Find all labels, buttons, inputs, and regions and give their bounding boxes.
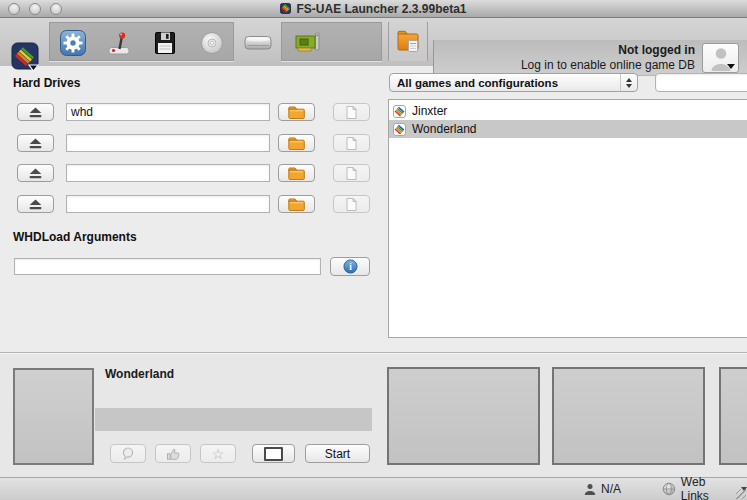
hard-drive-path-input-0[interactable]: [66, 103, 270, 121]
toolbar: Not logged in Log in to enable online ga…: [0, 18, 747, 66]
browse-file-button-2[interactable]: [333, 164, 370, 182]
fs-uae-menu-button[interactable]: [8, 40, 42, 74]
game-list[interactable]: Jinxter Wonderland: [388, 99, 747, 338]
config-icon: [393, 123, 406, 136]
device-status-text: N/A: [601, 482, 621, 496]
file-icon: [346, 167, 357, 180]
tab-game-database[interactable]: [388, 22, 428, 61]
config-filter-value: All games and configurations: [390, 77, 620, 89]
info-icon: i: [343, 259, 358, 274]
eject-icon: [29, 107, 42, 118]
list-item-wonderland[interactable]: Wonderland: [389, 120, 747, 138]
eject-button-1[interactable]: [17, 134, 54, 152]
screenshot-placeholder-3: [719, 367, 747, 465]
browse-file-button-0[interactable]: [333, 103, 370, 121]
start-button[interactable]: Start: [305, 444, 370, 463]
eject-button-3[interactable]: [17, 195, 54, 213]
star-icon: ☆: [212, 447, 225, 461]
folder-icon: [288, 106, 305, 119]
window-title: FS-UAE Launcher 2.3.99beta1: [296, 2, 466, 16]
config-filter-dropdown[interactable]: All games and configurations: [389, 73, 638, 92]
hard-drive-path-input-1[interactable]: [66, 134, 270, 152]
device-status: N/A: [584, 478, 621, 500]
list-item-jinxter[interactable]: Jinxter: [389, 102, 747, 120]
box-art-placeholder: [13, 368, 94, 465]
browse-folder-button-3[interactable]: [278, 195, 315, 213]
title-bar: FS-UAE Launcher 2.3.99beta1: [0, 0, 747, 18]
favorite-button[interactable]: ☆: [200, 444, 236, 463]
hard-drives-heading: Hard Drives: [13, 76, 80, 90]
login-status-text: Not logged in Log in to enable online ga…: [521, 43, 695, 73]
browse-file-button-3[interactable]: [333, 195, 370, 213]
bottom-panel: Wonderland ☆ Start: [0, 352, 747, 477]
tab-expansions[interactable]: [284, 23, 330, 62]
tab-cdroms[interactable]: [189, 23, 235, 62]
tab-floppies[interactable]: [142, 23, 188, 62]
gear-icon: [59, 29, 87, 57]
vote-up-button[interactable]: [155, 444, 191, 463]
folder-icon: [288, 167, 305, 180]
web-links-label: Web Links: [681, 475, 736, 500]
eject-button-0[interactable]: [17, 103, 54, 121]
orange-package-icon: [395, 28, 421, 56]
hard-drive-path-input-3[interactable]: [66, 195, 270, 213]
list-item-label: Wonderland: [412, 122, 477, 136]
dropdown-stepper-icon: [620, 74, 637, 91]
globe-icon: [662, 482, 676, 496]
config-icon: [393, 105, 406, 118]
file-icon: [346, 137, 357, 150]
login-status-line1: Not logged in: [521, 43, 695, 58]
eject-button-2[interactable]: [17, 164, 54, 182]
screen-icon: [264, 447, 283, 461]
tab-hard-drives[interactable]: [234, 22, 281, 61]
tab-group-expansions: [281, 22, 382, 61]
svg-text:i: i: [349, 262, 352, 272]
login-panel: Not logged in Log in to enable online ga…: [433, 40, 747, 76]
login-status-line2: Log in to enable online game DB: [521, 58, 695, 73]
title-area: FS-UAE Launcher 2.3.99beta1: [0, 0, 747, 17]
file-icon: [346, 198, 357, 211]
tab-settings[interactable]: [50, 23, 96, 62]
player-icon: [584, 483, 596, 495]
screenshot-placeholder-1: [387, 367, 540, 465]
fs-uae-launcher-window: FS-UAE Launcher 2.3.99beta1: [0, 0, 747, 500]
folder-icon: [288, 137, 305, 150]
tab-input[interactable]: [96, 23, 142, 62]
screenshot-placeholder-2: [552, 367, 705, 465]
web-links-menu[interactable]: Web Links: [662, 478, 747, 500]
fullscreen-toggle-button[interactable]: [252, 444, 295, 463]
whdload-info-button[interactable]: i: [330, 257, 370, 276]
app-icon: [280, 3, 291, 14]
eject-icon: [29, 199, 42, 210]
status-bar: N/A Web Links: [0, 477, 747, 500]
eject-icon: [29, 168, 42, 179]
resize-grip[interactable]: [736, 489, 746, 499]
joystick-icon: [105, 29, 133, 57]
variant-selector-bar[interactable]: [95, 408, 372, 431]
login-caret-icon: [727, 64, 735, 69]
browse-folder-button-1[interactable]: [278, 134, 315, 152]
cd-icon: [198, 29, 226, 57]
login-button[interactable]: [702, 43, 739, 73]
browse-folder-button-0[interactable]: [278, 103, 315, 121]
selected-game-title: Wonderland: [105, 367, 174, 381]
folder-icon: [288, 198, 305, 211]
floppy-disk-icon: [151, 29, 179, 57]
whdload-arguments-input[interactable]: [14, 258, 321, 275]
tab-group-main: [49, 22, 234, 61]
whdload-heading: WHDLoad Arguments: [13, 230, 137, 244]
hard-drive-path-input-2[interactable]: [66, 164, 270, 182]
comment-button[interactable]: [110, 444, 146, 463]
list-item-label: Jinxter: [412, 104, 447, 118]
thumbs-up-icon: [166, 447, 180, 460]
hard-drive-icon: [243, 28, 273, 56]
expansion-card-icon: [292, 29, 322, 57]
browse-folder-button-2[interactable]: [278, 164, 315, 182]
speech-balloon-icon: [121, 447, 135, 460]
fs-uae-logo-icon: [10, 41, 40, 73]
eject-icon: [29, 138, 42, 149]
browse-file-button-1[interactable]: [333, 134, 370, 152]
file-icon: [346, 106, 357, 119]
search-input[interactable]: [655, 73, 747, 92]
